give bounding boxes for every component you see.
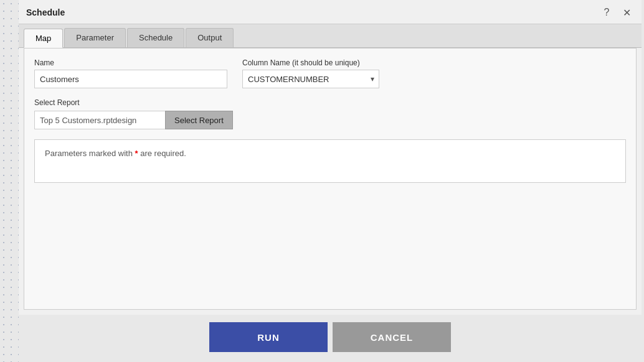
title-bar-actions: ? ✕ [599,5,634,20]
select-report-row: Top 5 Customers.rptdesign Select Report [34,111,626,129]
cancel-button[interactable]: CANCEL [333,322,451,352]
dialog-title: Schedule [26,7,65,17]
dialog-footer: RUN CANCEL [19,315,642,362]
schedule-dialog: Schedule ? ✕ Map Parameter Schedule Outp… [19,0,642,362]
select-report-label: Select Report [34,98,626,107]
name-input[interactable] [34,70,227,88]
select-report-button[interactable]: Select Report [165,111,233,129]
column-select[interactable]: CUSTOMERNUMBER CUSTOMERNAME CUSTOMERID [242,70,379,88]
params-info-text: Parameters marked with [45,149,135,158]
name-label: Name [34,58,227,67]
tab-schedule[interactable]: Schedule [127,28,184,47]
run-button[interactable]: RUN [209,322,328,352]
close-button[interactable]: ✕ [619,5,634,20]
title-bar: Schedule ? ✕ [19,0,642,24]
form-area: Name Column Name (it should be unique) C… [24,48,637,310]
name-column-row: Name Column Name (it should be unique) C… [34,58,626,88]
tab-map[interactable]: Map [24,29,63,48]
column-label: Column Name (it should be unique) [242,58,379,67]
tab-parameter[interactable]: Parameter [64,28,126,47]
tab-output[interactable]: Output [186,28,234,47]
column-select-wrapper: CUSTOMERNUMBER CUSTOMERNAME CUSTOMERID ▾ [242,70,379,88]
select-report-section: Select Report Top 5 Customers.rptdesign … [34,98,626,129]
report-filename: Top 5 Customers.rptdesign [34,111,165,129]
dialog-body: Map Parameter Schedule Output Name Colum… [19,24,642,315]
name-group: Name [34,58,227,88]
column-group: Column Name (it should be unique) CUSTOM… [242,58,379,88]
help-button[interactable]: ? [599,5,614,20]
params-info-box: Parameters marked with * are required. [34,139,626,183]
params-info-suffix: are required. [138,149,186,158]
tabs-container: Map Parameter Schedule Output [19,24,642,48]
